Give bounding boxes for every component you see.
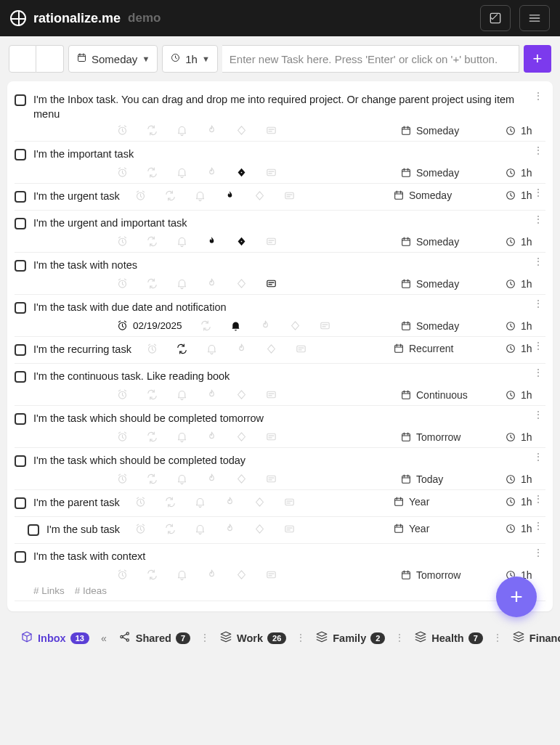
task-menu-button[interactable]: ⋮ — [531, 412, 545, 419]
task-checkbox[interactable] — [15, 413, 26, 425]
add-task-button[interactable]: + — [524, 45, 551, 73]
task-title[interactable]: I'm the sub task — [46, 523, 127, 537]
schedule-dropdown[interactable]: Someday ▼ — [68, 45, 158, 73]
flame-icon[interactable] — [206, 235, 218, 248]
task-schedule[interactable]: Year — [393, 496, 480, 508]
project-chip-work[interactable]: Work 26 — [216, 626, 289, 650]
menu-button[interactable] — [519, 5, 550, 31]
alarm-icon[interactable] — [116, 235, 129, 248]
bell-icon[interactable] — [176, 124, 188, 137]
task-schedule[interactable]: Someday — [400, 236, 487, 248]
alarm-icon[interactable] — [116, 569, 129, 581]
task-checkbox[interactable] — [15, 260, 26, 272]
task-menu-button[interactable]: ⋮ — [531, 216, 545, 224]
task-menu-button[interactable]: ⋮ — [531, 343, 545, 350]
task-checkbox[interactable] — [15, 371, 26, 383]
task-checkbox[interactable] — [15, 344, 26, 356]
alarm-icon[interactable] — [116, 473, 129, 485]
task-title[interactable]: I'm the task which should be completed t… — [33, 454, 545, 468]
task-duration[interactable]: 1h — [505, 167, 545, 179]
notes-icon[interactable] — [295, 343, 307, 355]
alarm-icon[interactable] — [116, 431, 129, 443]
alarm-icon[interactable] — [116, 277, 129, 290]
diamond-icon[interactable] — [253, 190, 266, 202]
diamond-icon[interactable] — [235, 388, 248, 401]
task-menu-button[interactable]: ⋮ — [531, 258, 545, 266]
duration-dropdown[interactable]: 1h ▼ — [162, 45, 218, 73]
task-duration[interactable]: 1h — [505, 236, 545, 248]
task-menu-button[interactable]: ⋮ — [531, 147, 545, 155]
notes-icon[interactable] — [265, 235, 277, 248]
project-menu-button[interactable]: ⋮ — [492, 635, 503, 640]
task-duration[interactable]: 1h — [505, 320, 545, 332]
diamond-icon[interactable] — [265, 343, 277, 355]
task-title[interactable]: I'm the parent task — [33, 496, 127, 510]
task-title[interactable]: I'm the task with context — [33, 550, 545, 564]
project-chip-finance[interactable]: Finance — [509, 626, 560, 650]
task-schedule[interactable]: Someday — [400, 167, 487, 179]
task-schedule[interactable]: Tomorrow — [400, 569, 487, 581]
task-title[interactable]: I'm the task with due date and notificat… — [33, 301, 545, 315]
diamond-icon[interactable] — [253, 496, 266, 508]
task-schedule[interactable]: Recurrent — [393, 343, 480, 354]
task-title[interactable]: I'm the continuous task. Like reading bo… — [33, 370, 545, 384]
task-schedule[interactable]: Someday — [393, 190, 480, 201]
task-duration[interactable]: 1h — [505, 125, 545, 137]
alarm-icon[interactable] — [134, 190, 147, 202]
bell-icon[interactable] — [194, 190, 206, 202]
flame-icon[interactable] — [224, 523, 236, 535]
flame-icon[interactable] — [259, 319, 272, 332]
task-title[interactable]: I'm the Inbox task. You can drag and dro… — [33, 93, 545, 121]
bell-icon[interactable] — [176, 235, 188, 248]
bell-icon[interactable] — [176, 431, 188, 443]
project-menu-button[interactable]: ⋮ — [295, 635, 307, 640]
toggle-important-button[interactable] — [36, 45, 64, 73]
task-menu-button[interactable]: ⋮ — [531, 301, 545, 308]
bell-icon[interactable] — [194, 523, 206, 535]
task-tag[interactable]: # Links — [33, 585, 65, 596]
flame-icon[interactable] — [224, 190, 236, 202]
flame-icon[interactable] — [235, 343, 248, 355]
repeat-icon[interactable] — [146, 166, 158, 179]
repeat-icon[interactable] — [176, 343, 188, 355]
bell-icon[interactable] — [176, 569, 188, 581]
flame-icon[interactable] — [206, 277, 218, 290]
task-schedule[interactable]: Continuous — [400, 389, 487, 401]
task-menu-button[interactable]: ⋮ — [531, 93, 545, 100]
task-tag[interactable]: # Ideas — [75, 585, 107, 596]
diamond-icon[interactable] — [289, 319, 301, 332]
task-menu-button[interactable]: ⋮ — [531, 550, 545, 557]
bell-icon[interactable] — [176, 473, 188, 485]
flame-icon[interactable] — [206, 431, 218, 443]
task-title[interactable]: I'm the task which should be completed t… — [33, 412, 545, 426]
task-checkbox[interactable] — [15, 455, 26, 467]
diamond-icon[interactable] — [235, 431, 248, 443]
task-menu-button[interactable]: ⋮ — [531, 370, 545, 377]
task-checkbox[interactable] — [15, 302, 26, 314]
project-chip-inbox[interactable]: Inbox 13 — [17, 626, 92, 650]
checklist-button[interactable] — [480, 5, 511, 31]
project-chip-shared[interactable]: Shared 7 — [115, 626, 193, 650]
flame-icon[interactable] — [206, 569, 218, 581]
task-checkbox[interactable] — [28, 524, 39, 536]
project-chip-health[interactable]: Health 7 — [411, 626, 485, 650]
diamond-icon[interactable] — [235, 124, 248, 137]
task-title[interactable]: I'm the urgent task — [33, 190, 127, 204]
repeat-icon[interactable] — [146, 235, 158, 248]
diamond-icon[interactable] — [235, 166, 248, 179]
bell-icon[interactable] — [176, 166, 188, 179]
task-title[interactable]: I'm the urgent and important task — [33, 216, 545, 231]
bell-icon[interactable] — [194, 496, 206, 508]
project-chip-family[interactable]: Family 2 — [312, 626, 388, 650]
diamond-icon[interactable] — [235, 473, 248, 485]
notes-icon[interactable] — [283, 190, 296, 202]
task-schedule[interactable]: Someday — [400, 125, 487, 137]
task-menu-button[interactable]: ⋮ — [531, 190, 545, 197]
bell-icon[interactable] — [176, 277, 188, 290]
task-duration[interactable]: 1h — [505, 473, 545, 485]
bell-icon[interactable] — [230, 319, 242, 332]
notes-icon[interactable] — [265, 166, 277, 179]
task-title[interactable]: I'm the important task — [33, 147, 545, 162]
task-title[interactable]: I'm the task with notes — [33, 258, 545, 273]
task-duration[interactable]: 1h — [505, 431, 545, 443]
